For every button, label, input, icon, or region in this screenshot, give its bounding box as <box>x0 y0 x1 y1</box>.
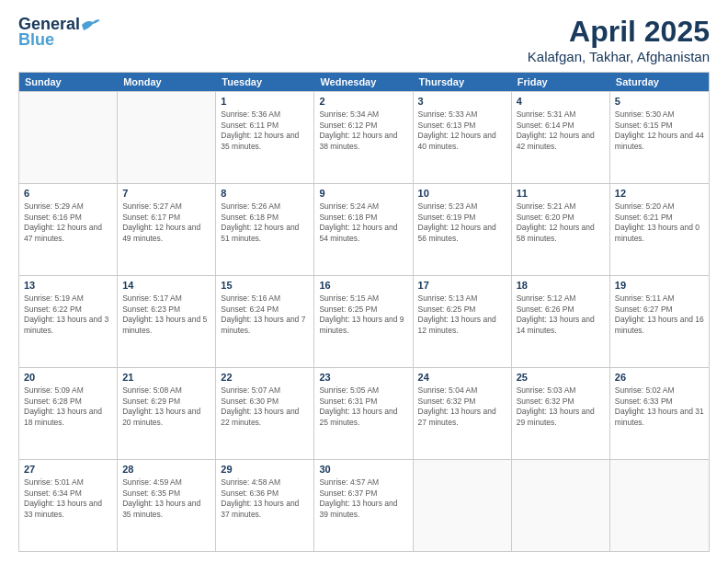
sunrise-info: Sunrise: 4:58 AM <box>221 477 280 487</box>
table-row: 26Sunrise: 5:02 AMSunset: 6:33 PMDayligh… <box>610 368 709 459</box>
sunrise-info: Sunrise: 4:57 AM <box>319 477 379 487</box>
table-row: 13Sunrise: 5:19 AMSunset: 6:22 PMDayligh… <box>19 276 118 367</box>
page: General Blue April 2025 Kalafgan, Takhar… <box>0 0 728 563</box>
sunrise-info: Sunrise: 5:20 AM <box>615 201 675 211</box>
daylight-info: Daylight: 13 hours and 7 minutes. <box>221 315 305 334</box>
sunset-info: Sunset: 6:13 PM <box>418 121 476 130</box>
sunrise-info: Sunrise: 5:04 AM <box>418 385 478 395</box>
day-info: Sunrise: 5:03 AMSunset: 6:32 PMDaylight:… <box>517 385 605 428</box>
daylight-info: Daylight: 13 hours and 16 minutes. <box>615 315 704 334</box>
daylight-info: Daylight: 13 hours and 9 minutes. <box>319 315 404 334</box>
table-row: 22Sunrise: 5:07 AMSunset: 6:30 PMDayligh… <box>216 368 314 459</box>
day-number: 26 <box>615 371 704 385</box>
sunset-info: Sunset: 6:22 PM <box>24 304 82 314</box>
sunrise-info: Sunrise: 5:19 AM <box>24 293 84 303</box>
daylight-info: Daylight: 13 hours and 35 minutes. <box>122 499 200 518</box>
sunrise-info: Sunrise: 4:59 AM <box>122 477 182 487</box>
sunrise-info: Sunrise: 5:27 AM <box>122 201 182 211</box>
sunset-info: Sunset: 6:25 PM <box>418 304 476 314</box>
calendar-body: 1Sunrise: 5:36 AMSunset: 6:11 PMDaylight… <box>19 91 709 551</box>
day-info: Sunrise: 5:36 AMSunset: 6:11 PMDaylight:… <box>221 109 309 152</box>
day-info: Sunrise: 5:16 AMSunset: 6:24 PMDaylight:… <box>221 293 309 336</box>
table-row <box>414 460 512 551</box>
day-number: 19 <box>615 279 704 293</box>
sunset-info: Sunset: 6:20 PM <box>517 213 574 222</box>
day-info: Sunrise: 5:33 AMSunset: 6:13 PMDaylight:… <box>418 109 506 152</box>
calendar: SundayMondayTuesdayWednesdayThursdayFrid… <box>18 72 710 552</box>
sunrise-info: Sunrise: 5:36 AM <box>221 109 280 119</box>
day-info: Sunrise: 4:58 AMSunset: 6:36 PMDaylight:… <box>221 477 309 520</box>
daylight-info: Daylight: 12 hours and 54 minutes. <box>319 223 397 242</box>
table-row <box>512 460 610 551</box>
day-info: Sunrise: 5:07 AMSunset: 6:30 PMDaylight:… <box>221 385 309 428</box>
daylight-info: Daylight: 13 hours and 25 minutes. <box>319 407 397 426</box>
table-row: 11Sunrise: 5:21 AMSunset: 6:20 PMDayligh… <box>512 184 610 275</box>
day-number: 16 <box>319 279 407 293</box>
table-row: 12Sunrise: 5:20 AMSunset: 6:21 PMDayligh… <box>610 184 709 275</box>
daylight-info: Daylight: 13 hours and 12 minutes. <box>418 315 496 334</box>
day-info: Sunrise: 5:31 AMSunset: 6:14 PMDaylight:… <box>517 109 605 152</box>
day-number: 8 <box>221 187 309 201</box>
sunrise-info: Sunrise: 5:02 AM <box>615 385 675 395</box>
sunset-info: Sunset: 6:27 PM <box>615 304 673 314</box>
day-number: 4 <box>517 95 605 109</box>
daylight-info: Daylight: 13 hours and 27 minutes. <box>418 407 496 426</box>
table-row <box>118 92 216 183</box>
day-info: Sunrise: 5:08 AMSunset: 6:29 PMDaylight:… <box>122 385 210 428</box>
table-row: 17Sunrise: 5:13 AMSunset: 6:25 PMDayligh… <box>414 276 512 367</box>
day-number: 17 <box>418 279 506 293</box>
table-row: 23Sunrise: 5:05 AMSunset: 6:31 PMDayligh… <box>314 368 413 459</box>
day-number: 9 <box>319 187 407 201</box>
sunrise-info: Sunrise: 5:13 AM <box>418 293 478 303</box>
table-row: 16Sunrise: 5:15 AMSunset: 6:25 PMDayligh… <box>314 276 413 367</box>
day-number: 18 <box>517 279 605 293</box>
sunset-info: Sunset: 6:12 PM <box>319 121 377 130</box>
sunset-info: Sunset: 6:32 PM <box>517 396 574 406</box>
sunset-info: Sunset: 6:28 PM <box>24 396 82 406</box>
sunset-info: Sunset: 6:14 PM <box>517 121 574 130</box>
table-row: 6Sunrise: 5:29 AMSunset: 6:16 PMDaylight… <box>19 184 118 275</box>
sunrise-info: Sunrise: 5:11 AM <box>615 293 675 303</box>
day-info: Sunrise: 5:11 AMSunset: 6:27 PMDaylight:… <box>615 293 704 336</box>
day-number: 24 <box>418 371 506 385</box>
sunset-info: Sunset: 6:25 PM <box>319 304 377 314</box>
day-number: 12 <box>615 187 704 201</box>
day-number: 23 <box>319 371 407 385</box>
table-row: 25Sunrise: 5:03 AMSunset: 6:32 PMDayligh… <box>512 368 610 459</box>
sunset-info: Sunset: 6:24 PM <box>221 304 279 314</box>
day-info: Sunrise: 5:12 AMSunset: 6:26 PMDaylight:… <box>517 293 605 336</box>
sunset-info: Sunset: 6:33 PM <box>615 396 673 406</box>
day-info: Sunrise: 5:01 AMSunset: 6:34 PMDaylight:… <box>24 477 112 520</box>
day-number: 15 <box>221 279 309 293</box>
daylight-info: Daylight: 13 hours and 5 minutes. <box>122 315 207 334</box>
table-row: 28Sunrise: 4:59 AMSunset: 6:35 PMDayligh… <box>118 460 216 551</box>
daylight-info: Daylight: 12 hours and 51 minutes. <box>221 223 299 242</box>
table-row: 14Sunrise: 5:17 AMSunset: 6:23 PMDayligh… <box>118 276 216 367</box>
calendar-week-4: 20Sunrise: 5:09 AMSunset: 6:28 PMDayligh… <box>19 367 709 459</box>
day-of-week-monday: Monday <box>118 73 216 91</box>
day-info: Sunrise: 5:09 AMSunset: 6:28 PMDaylight:… <box>24 385 112 428</box>
day-of-week-sunday: Sunday <box>19 73 118 91</box>
table-row: 9Sunrise: 5:24 AMSunset: 6:18 PMDaylight… <box>314 184 413 275</box>
day-number: 29 <box>221 463 309 477</box>
logo-bird-icon <box>80 17 100 32</box>
day-of-week-thursday: Thursday <box>414 73 512 91</box>
day-number: 21 <box>122 371 210 385</box>
sunrise-info: Sunrise: 5:16 AM <box>221 293 280 303</box>
sunset-info: Sunset: 6:21 PM <box>615 213 673 222</box>
table-row: 7Sunrise: 5:27 AMSunset: 6:17 PMDaylight… <box>118 184 216 275</box>
daylight-info: Daylight: 13 hours and 33 minutes. <box>24 499 102 518</box>
sunset-info: Sunset: 6:17 PM <box>122 213 180 222</box>
table-row: 20Sunrise: 5:09 AMSunset: 6:28 PMDayligh… <box>19 368 118 459</box>
daylight-info: Daylight: 12 hours and 35 minutes. <box>221 131 299 150</box>
table-row: 30Sunrise: 4:57 AMSunset: 6:37 PMDayligh… <box>314 460 413 551</box>
day-of-week-saturday: Saturday <box>610 73 709 91</box>
table-row: 21Sunrise: 5:08 AMSunset: 6:29 PMDayligh… <box>118 368 216 459</box>
daylight-info: Daylight: 13 hours and 22 minutes. <box>221 407 299 426</box>
daylight-info: Daylight: 12 hours and 49 minutes. <box>122 223 200 242</box>
day-info: Sunrise: 5:23 AMSunset: 6:19 PMDaylight:… <box>418 201 506 244</box>
day-info: Sunrise: 5:29 AMSunset: 6:16 PMDaylight:… <box>24 201 112 244</box>
daylight-info: Daylight: 12 hours and 56 minutes. <box>418 223 496 242</box>
table-row: 3Sunrise: 5:33 AMSunset: 6:13 PMDaylight… <box>414 92 512 183</box>
sunrise-info: Sunrise: 5:01 AM <box>24 477 84 487</box>
